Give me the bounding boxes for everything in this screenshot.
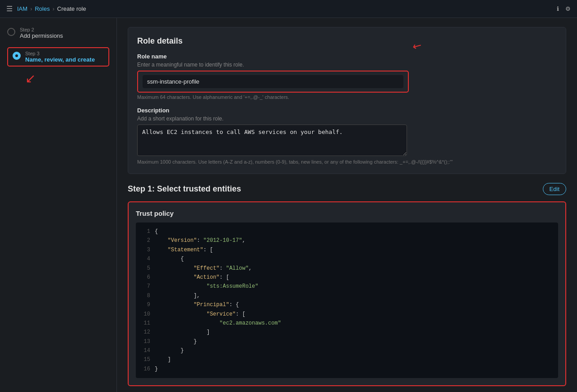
code-line-11: 11 "ec2.amazonaws.com" [142,319,552,328]
code-line-9: 9 "Principal": { [142,300,552,309]
description-hint: Add a short explanation for this role. [137,116,557,122]
step2-circle [7,28,15,36]
code-line-12: 12 ] [142,328,552,337]
topbar-right: ℹ ⚙ [557,5,571,12]
breadcrumb-roles[interactable]: Roles [35,5,49,12]
trust-policy-title: Trust policy [136,209,558,217]
code-line-6: 6 "Action": [ [142,273,552,282]
code-line-16: 16 } [142,365,552,374]
code-line-2: 2 "Version": "2012-10-17", [142,236,552,245]
breadcrumb: IAM › Roles › Create role [17,5,86,12]
code-line-3: 3 "Statement": [ [142,245,552,254]
step1-header: Step 1: Select trusted entities Edit [128,183,566,195]
code-line-15: 15 ] [142,355,552,364]
code-line-8: 8 ], [142,291,552,300]
code-line-1: 1 { [142,227,552,236]
role-name-label: Role name [137,53,557,60]
hamburger-icon[interactable]: ☰ [6,4,13,13]
main-content: Role details ↙ Role name Enter a meaning… [117,18,577,392]
breadcrumb-sep2: › [53,5,54,12]
code-line-4: 4 { [142,254,552,263]
sidebar: Step 2 Add permissions Step 3 Name, revi… [0,18,117,392]
role-name-input-box [137,71,409,93]
breadcrumb-iam[interactable]: IAM [17,5,27,12]
step1-edit-button[interactable]: Edit [543,183,566,195]
code-line-13: 13 } [142,337,552,346]
code-editor: 1 { 2 "Version": "2012-10-17", 3 "Statem… [136,223,558,378]
code-line-7: 7 "sts:AssumeRole" [142,282,552,291]
arrow-annotation-sidebar: ↙ [25,71,109,86]
breadcrumb-sep1: › [30,5,32,12]
step1-section: Step 1: Select trusted entities Edit Tru… [128,183,566,386]
step2-title: Add permissions [20,32,63,39]
role-name-hint: Enter a meaningful name to identify this… [137,62,557,68]
role-name-field: ↙ Role name Enter a meaningful name to i… [137,53,557,100]
settings-icon[interactable]: ⚙ [565,5,571,12]
description-note: Maximum 1000 characters. Use letters (A-… [137,159,557,165]
step2-num: Step 2 [20,27,63,32]
topbar: ☰ IAM › Roles › Create role ℹ ⚙ [0,0,577,18]
breadcrumb-current: Create role [57,5,86,12]
step1-title: Step 1: Select trusted entities [128,184,241,194]
sidebar-step3: Step 3 Name, review, and create [13,51,104,63]
trust-policy-card: Trust policy 1 { 2 "Version": "2012-10-1… [128,201,566,386]
sidebar-step3-box: Step 3 Name, review, and create [7,47,109,67]
role-details-title: Role details [137,36,557,46]
role-name-input[interactable] [143,75,403,88]
description-field: Description Add a short explanation for … [137,107,557,165]
info-icon[interactable]: ℹ [557,5,559,12]
step3-num: Step 3 [25,51,95,56]
role-name-note: Maximum 64 characters. Use alphanumeric … [137,94,557,100]
description-input[interactable]: Allows EC2 instances to call AWS service… [137,125,407,156]
role-details-card: Role details ↙ Role name Enter a meaning… [128,27,566,174]
code-line-10: 10 "Service": [ [142,310,552,319]
sidebar-step2: Step 2 Add permissions [7,27,109,39]
code-line-5: 5 "Effect": "Allow", [142,264,552,273]
description-label: Description [137,107,557,114]
code-line-14: 14 } [142,346,552,355]
step3-title: Name, review, and create [25,56,95,63]
step3-circle [13,52,21,60]
